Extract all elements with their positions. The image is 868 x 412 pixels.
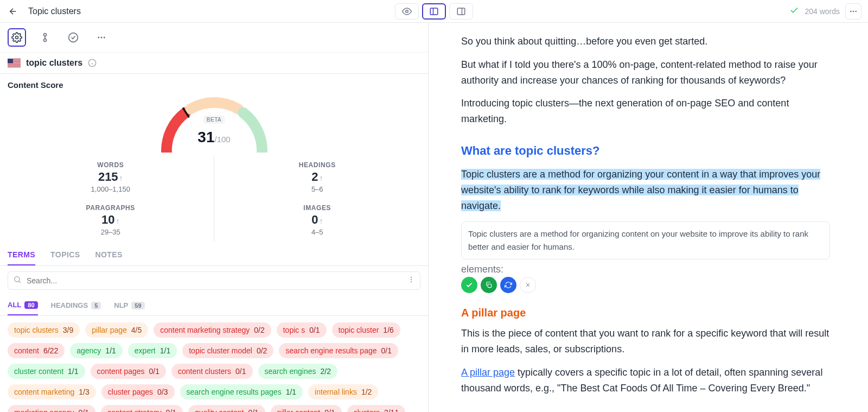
pillar-page-link[interactable]: A pillar page bbox=[461, 367, 515, 378]
term-label: content clusters bbox=[178, 367, 231, 376]
metric-words: WORDS 215↑ 1,000–1,150 bbox=[8, 156, 214, 199]
more-button[interactable] bbox=[845, 3, 861, 20]
term-pill[interactable]: pillar content0/1 bbox=[271, 405, 342, 412]
svg-point-31 bbox=[411, 279, 412, 280]
term-pill[interactable]: topic clusters3/9 bbox=[8, 322, 80, 338]
term-pill[interactable]: topic cluster1/6 bbox=[332, 322, 400, 338]
svg-point-15 bbox=[104, 37, 105, 39]
term-pill[interactable]: content marketing strategy0/2 bbox=[154, 322, 271, 338]
term-count: 3/9 bbox=[63, 326, 73, 334]
term-count: 0/1 bbox=[309, 326, 320, 334]
subtab-headings[interactable]: HEADINGS5 bbox=[51, 295, 101, 315]
term-pill[interactable]: expert1/1 bbox=[128, 343, 177, 358]
suggestion-actions bbox=[461, 277, 830, 293]
chain-button[interactable] bbox=[36, 28, 54, 47]
svg-point-14 bbox=[101, 37, 103, 39]
term-count: 0/1 bbox=[248, 408, 258, 412]
view-editor-button[interactable] bbox=[449, 3, 473, 20]
term-pill[interactable]: agency1/1 bbox=[70, 343, 123, 358]
dismiss-button[interactable] bbox=[520, 277, 536, 293]
panel-left-icon bbox=[429, 7, 439, 16]
beta-badge: BETA bbox=[203, 116, 225, 124]
close-icon bbox=[525, 282, 531, 288]
svg-point-8 bbox=[16, 36, 18, 39]
term-pill[interactable]: clusters3/11 bbox=[347, 405, 405, 412]
heading-h2[interactable]: What are topic clusters? bbox=[461, 141, 830, 160]
left-panel: topic clusters Content Score BETA 31/100 bbox=[0, 23, 429, 412]
paragraph[interactable]: So you think about quitting…before you e… bbox=[461, 34, 830, 49]
subtab-all[interactable]: ALL80 bbox=[8, 295, 38, 315]
tab-terms[interactable]: TERMS bbox=[8, 245, 35, 265]
document-body[interactable]: So you think about quitting…before you e… bbox=[429, 23, 868, 412]
term-pill[interactable]: quality content0/1 bbox=[188, 405, 265, 412]
search-input[interactable] bbox=[8, 271, 420, 290]
term-pill[interactable]: pillar page4/5 bbox=[85, 322, 148, 338]
regenerate-button[interactable] bbox=[500, 277, 516, 293]
paragraph[interactable]: A pillar page typically covers a specifi… bbox=[461, 365, 830, 396]
dots-icon bbox=[97, 33, 106, 42]
term-count: 1/1 bbox=[68, 367, 78, 376]
term-count: 1/2 bbox=[361, 388, 372, 396]
tab-notes[interactable]: NOTES bbox=[95, 245, 123, 265]
svg-point-0 bbox=[406, 10, 409, 12]
svg-point-13 bbox=[98, 37, 99, 39]
term-pill[interactable]: content pages0/1 bbox=[91, 364, 166, 379]
term-pill[interactable]: content clusters0/1 bbox=[171, 364, 253, 379]
paragraph-highlighted[interactable]: Topic clusters are a method for organizi… bbox=[461, 167, 830, 213]
subtab-nlp[interactable]: NLP59 bbox=[114, 295, 144, 315]
svg-rect-3 bbox=[457, 8, 465, 15]
metric-headings: HEADINGS 2↑ 5–6 bbox=[214, 156, 421, 199]
panel-more-button[interactable] bbox=[92, 28, 111, 47]
info-icon[interactable] bbox=[88, 59, 97, 67]
term-label: search engine results pages bbox=[187, 388, 282, 396]
top-bar: Topic clusters 204 words bbox=[0, 0, 868, 23]
term-pill[interactable]: content strategy0/1 bbox=[101, 405, 183, 412]
metric-images: IMAGES 0↑ 4–5 bbox=[214, 199, 421, 242]
term-count: 0/1 bbox=[381, 346, 392, 355]
term-pill[interactable]: search engine results pages1/1 bbox=[180, 384, 303, 400]
view-preview-button[interactable] bbox=[395, 3, 419, 20]
score-gauge: BETA 31/100 bbox=[155, 93, 274, 153]
term-pill[interactable]: content6/22 bbox=[8, 343, 65, 358]
term-count: 1/1 bbox=[105, 346, 116, 355]
copy-icon bbox=[485, 281, 493, 289]
term-count: 1/6 bbox=[383, 326, 393, 334]
back-button[interactable] bbox=[7, 5, 20, 18]
term-pill[interactable]: search engines2/2 bbox=[258, 364, 337, 379]
tabs: TERMS TOPICS NOTES bbox=[0, 245, 428, 266]
term-count: 0/1 bbox=[324, 408, 335, 412]
term-pill[interactable]: content marketing1/3 bbox=[8, 384, 96, 400]
copy-button[interactable] bbox=[481, 277, 497, 293]
term-pill[interactable]: cluster content1/1 bbox=[8, 364, 85, 379]
term-count: 1/1 bbox=[286, 388, 296, 396]
settings-button[interactable] bbox=[8, 28, 26, 47]
view-split-button[interactable] bbox=[422, 3, 446, 20]
editor-panel[interactable]: So you think about quitting…before you e… bbox=[429, 23, 868, 412]
term-pill[interactable]: internal links1/2 bbox=[308, 384, 378, 400]
arrow-left-icon bbox=[8, 7, 18, 16]
check-circle-button[interactable] bbox=[64, 28, 82, 47]
arrow-up-icon: ↑ bbox=[119, 174, 123, 182]
check-circle-icon bbox=[68, 32, 79, 43]
term-count: 0/2 bbox=[257, 346, 267, 355]
term-pill[interactable]: cluster pages0/3 bbox=[101, 384, 175, 400]
metric-paragraphs: PARAGRAPHS 10↑ 29–35 bbox=[8, 199, 214, 242]
ai-suggestion-box: Topic clusters are a method for organizi… bbox=[461, 221, 830, 259]
check-icon bbox=[465, 281, 473, 289]
term-pill[interactable]: search engine results page0/1 bbox=[279, 343, 398, 358]
paragraph[interactable]: This is the piece of content that you wa… bbox=[461, 326, 830, 357]
accept-button[interactable] bbox=[461, 277, 477, 293]
search-options-button[interactable] bbox=[407, 276, 415, 286]
heading-h3[interactable]: A pillar page bbox=[461, 304, 830, 321]
score-title: Content Score bbox=[8, 80, 420, 90]
term-pill[interactable]: topic s0/1 bbox=[277, 322, 327, 338]
paragraph[interactable]: But what if I told you there's a 100% on… bbox=[461, 57, 830, 88]
term-pill[interactable]: marketing agency0/1 bbox=[8, 405, 95, 412]
svg-point-12 bbox=[69, 33, 78, 42]
arrow-up-icon: ↑ bbox=[116, 217, 119, 225]
paragraph[interactable]: Introducing topic clusters—the next gene… bbox=[461, 96, 830, 127]
tab-topics[interactable]: TOPICS bbox=[50, 245, 80, 265]
score-section: Content Score BETA 31/100 WORDS 215↑ bbox=[0, 74, 428, 242]
term-pill[interactable]: topic cluster model0/2 bbox=[182, 343, 273, 358]
search-wrap bbox=[8, 271, 420, 290]
